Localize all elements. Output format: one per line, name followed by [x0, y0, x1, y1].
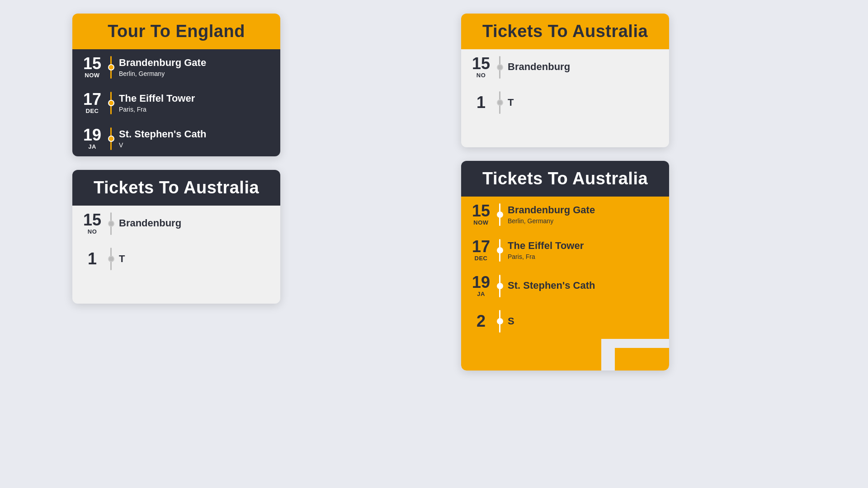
- row-content-1: Brandenburg Gate Berlin, Germany: [119, 57, 271, 77]
- row-title-1: Brandenburg Gate: [119, 57, 271, 69]
- tickets-australia-title-right-top: Tickets To Australia: [475, 22, 656, 41]
- date-num-rb-3: 19: [470, 274, 492, 291]
- row-subtitle-rb-1: Berlin, Germany: [508, 217, 660, 225]
- tickets-australia-header-right-top: Tickets To Australia: [461, 14, 669, 49]
- row-subtitle-1: Berlin, Germany: [119, 70, 271, 77]
- tour-row-2: 17 DEC The Eiffel Tower Paris, Fra: [72, 85, 280, 121]
- bottom-piece-left: [72, 277, 280, 304]
- date-block-rt-1: 15 NO: [470, 56, 492, 79]
- date-month-1: NOW: [81, 72, 103, 79]
- bottom-left-piece: [461, 339, 601, 371]
- tour-england-card: Tour To England 15 NOW Brandenburg Gate …: [72, 14, 280, 156]
- divider-3: [110, 127, 112, 150]
- tickets-australia-card-right-top: Tickets To Australia 15 NO Brandenburg 1: [461, 14, 669, 147]
- date-block-rb-3: 19 JA: [470, 274, 492, 297]
- row-content-rb-4: S: [508, 315, 660, 327]
- date-block-tl-1: 15 NO: [81, 212, 103, 235]
- date-month-rb-1: NOW: [470, 219, 492, 226]
- divider-2: [110, 92, 112, 114]
- divider-rb-1: [499, 203, 500, 226]
- row-content-tl-1: Brandenburg: [119, 217, 271, 229]
- row-title-tl-2: T: [119, 253, 271, 265]
- divider-rb-3: [499, 275, 500, 297]
- tickets-rb-row-4: 2 S: [461, 304, 669, 339]
- date-num-rb-4: 2: [470, 313, 492, 329]
- row-title-2: The Eiffel Tower: [119, 93, 271, 104]
- row-subtitle-rb-2: Paris, Fra: [508, 253, 660, 260]
- date-num-tl-1: 15: [81, 212, 103, 228]
- bottom-right-piece: [615, 348, 669, 371]
- row-content-tl-2: T: [119, 253, 271, 265]
- row-title-3: St. Stephen's Cath: [119, 128, 271, 140]
- date-block-tl-2: 1: [81, 251, 103, 267]
- date-block-2: 17 DEC: [81, 91, 103, 114]
- row-title-rb-2: The Eiffel Tower: [508, 240, 660, 252]
- date-month-2: DEC: [81, 108, 103, 114]
- date-block-3: 19 JA: [81, 127, 103, 150]
- row-title-tl-1: Brandenburg: [119, 217, 271, 229]
- date-block-rb-1: 15 NOW: [470, 203, 492, 226]
- row-title-rb-4: S: [508, 315, 660, 327]
- date-month-3: JA: [81, 143, 103, 150]
- date-block-1: 15 NOW: [81, 56, 103, 79]
- tickets-rb-row-1: 15 NOW Brandenburg Gate Berlin, Germany: [461, 197, 669, 232]
- row-title-rb-3: St. Stephen's Cath: [508, 280, 660, 291]
- tickets-left-row-2: 1 T: [72, 241, 280, 277]
- tour-row-3: 19 JA St. Stephen's Cath V: [72, 121, 280, 156]
- date-month-rt-1: NO: [470, 72, 492, 79]
- date-month-rb-3: JA: [470, 291, 492, 297]
- tickets-rt-row-1: 15 NO Brandenburg: [461, 49, 669, 85]
- date-num-rt-2: 1: [470, 94, 492, 111]
- date-num-rb-1: 15: [470, 203, 492, 219]
- tickets-left-row-1: 15 NO Brandenburg: [72, 206, 280, 241]
- date-num-3: 19: [81, 127, 103, 143]
- row-content-3: St. Stephen's Cath V: [119, 128, 271, 148]
- right-column: Tickets To Australia 15 NO Brandenburg 1: [461, 14, 669, 371]
- date-block-rb-4: 2: [470, 313, 492, 329]
- tickets-rb-row-3: 19 JA St. Stephen's Cath: [461, 268, 669, 304]
- tickets-australia-header-right-bottom: Tickets To Australia: [461, 161, 669, 197]
- row-content-rb-3: St. Stephen's Cath: [508, 280, 660, 291]
- tickets-australia-card-left: Tickets To Australia 15 NO Brandenburg 1: [72, 170, 280, 304]
- tour-england-title: Tour To England: [86, 22, 267, 41]
- date-block-rt-2: 1: [470, 94, 492, 111]
- tickets-australia-header-left: Tickets To Australia: [72, 170, 280, 206]
- row-subtitle-2: Paris, Fra: [119, 106, 271, 113]
- row-content-rb-1: Brandenburg Gate Berlin, Germany: [508, 204, 660, 224]
- divider-rt-1: [499, 56, 500, 79]
- tickets-rt-row-2: 1 T: [461, 85, 669, 120]
- tickets-australia-title-left: Tickets To Australia: [86, 178, 267, 197]
- divider-1: [110, 56, 112, 79]
- date-num-rb-2: 17: [470, 239, 492, 255]
- row-content-rt-2: T: [508, 97, 660, 108]
- date-num-tl-2: 1: [81, 251, 103, 267]
- row-title-rb-1: Brandenburg Gate: [508, 204, 660, 216]
- page-container: Tour To England 15 NOW Brandenburg Gate …: [0, 0, 868, 384]
- left-column: Tour To England 15 NOW Brandenburg Gate …: [72, 14, 280, 371]
- row-content-rb-2: The Eiffel Tower Paris, Fra: [508, 240, 660, 260]
- bottom-piece-right-top: [461, 120, 669, 147]
- tour-row-1: 15 NOW Brandenburg Gate Berlin, Germany: [72, 49, 280, 85]
- divider-tl-1: [110, 212, 112, 235]
- date-num-1: 15: [81, 56, 103, 72]
- divider-tl-2: [110, 248, 112, 270]
- row-title-rt-1: Brandenburg: [508, 61, 660, 73]
- date-num-2: 17: [81, 91, 103, 108]
- row-title-rt-2: T: [508, 97, 660, 108]
- date-month-rb-2: DEC: [470, 255, 492, 262]
- divider-rb-2: [499, 239, 500, 262]
- divider-rb-4: [499, 310, 500, 333]
- row-content-rt-1: Brandenburg: [508, 61, 660, 73]
- tour-england-header: Tour To England: [72, 14, 280, 49]
- row-content-2: The Eiffel Tower Paris, Fra: [119, 93, 271, 113]
- row-subtitle-3: V: [119, 141, 271, 149]
- divider-rt-2: [499, 91, 500, 114]
- tickets-rb-row-2: 17 DEC The Eiffel Tower Paris, Fra: [461, 232, 669, 268]
- bottom-gap: [601, 339, 615, 371]
- tickets-australia-title-right-bottom: Tickets To Australia: [475, 169, 656, 188]
- bottom-piece-right-bottom: [461, 339, 669, 371]
- date-block-rb-2: 17 DEC: [470, 239, 492, 262]
- date-num-rt-1: 15: [470, 56, 492, 72]
- tickets-australia-card-right-bottom: Tickets To Australia 15 NOW Brandenburg …: [461, 161, 669, 371]
- date-month-tl-1: NO: [81, 228, 103, 235]
